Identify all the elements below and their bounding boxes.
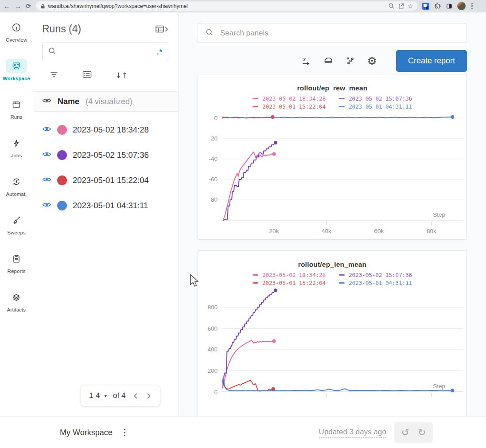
legend-item[interactable]: 2023-05-01 15:22:04 — [253, 103, 326, 110]
group-list-icon[interactable] — [82, 70, 92, 81]
svg-text:400: 400 — [207, 346, 218, 353]
legend-dash — [253, 282, 258, 284]
sidebar-item-reports[interactable]: Reports — [0, 248, 33, 287]
svg-text:Step: Step — [433, 383, 445, 390]
run-color-dot[interactable] — [57, 175, 67, 185]
visibility-eye-icon[interactable] — [42, 176, 51, 185]
legend-label: 2023-05-01 15:22:04 — [262, 103, 326, 110]
extensions-puzzle-icon[interactable] — [434, 2, 441, 10]
legend-item[interactable]: 2023-05-02 15:07:36 — [339, 95, 412, 102]
prev-page-icon[interactable] — [132, 392, 139, 400]
chart-panel-ep-rew-mean[interactable]: rollout/ep_rew_mean 2023-05-02 18:34:282… — [198, 74, 467, 240]
sidebar-item-artifacts[interactable]: Artifacts — [0, 287, 33, 325]
name-column-header[interactable]: Name — [58, 97, 79, 106]
redo-icon[interactable]: ↻ — [413, 427, 430, 438]
run-row[interactable]: 2023-05-02 15:07:36 — [33, 142, 178, 168]
browser-profile-avatar[interactable] — [457, 2, 466, 10]
legend-item[interactable]: 2023-05-01 04:31:11 — [339, 103, 412, 110]
x-axis-settings-icon[interactable]: x — [301, 55, 311, 66]
svg-text:80k: 80k — [427, 228, 436, 234]
page-total: of 4 — [113, 391, 125, 400]
runs-search-box[interactable]: .* — [42, 43, 168, 61]
legend-item[interactable]: 2023-05-02 18:34:28 — [253, 272, 326, 278]
run-name[interactable]: 2023-05-02 18:34:28 — [73, 125, 149, 135]
url-bar[interactable]: wandb.ai/shawnhymel/qwop?workspace=user-… — [36, 1, 418, 11]
outliers-icon[interactable] — [346, 56, 355, 66]
search-panels-input[interactable] — [219, 28, 459, 38]
sidebar-item-workspace[interactable]: Workspace — [0, 55, 33, 94]
search-panels-box[interactable] — [198, 23, 467, 43]
run-name[interactable]: 2023-05-02 15:07:36 — [73, 150, 149, 160]
runs-list-header: Name (4 visualized) — [33, 91, 178, 112]
legend-item[interactable]: 2023-05-01 15:22:04 — [253, 280, 326, 286]
sidebar-item-overview[interactable]: Overview — [0, 17, 33, 55]
legend-label: 2023-05-01 15:22:04 — [262, 280, 326, 286]
chart-title: rollout/ep_len_mean — [298, 261, 367, 269]
sidebar-label: Artifacts — [7, 307, 26, 312]
runs-panel-title: Runs (4) — [42, 23, 81, 35]
legend-dash — [339, 106, 345, 107]
filter-icon[interactable] — [49, 70, 59, 81]
lightning-icon — [9, 136, 24, 150]
run-name[interactable]: 2023-05-01 15:22:04 — [73, 175, 149, 185]
updated-timestamp[interactable]: Updated 3 days ago — [319, 428, 386, 438]
legend-dash — [339, 282, 345, 284]
back-icon[interactable]: ← — [4, 3, 10, 9]
undo-icon[interactable]: ↺ — [397, 427, 414, 438]
run-color-dot[interactable] — [57, 125, 67, 135]
runs-search-input[interactable] — [60, 48, 157, 56]
sidebar-item-sweeps[interactable]: Sweeps — [0, 210, 33, 248]
password-extension-icon[interactable] — [422, 3, 429, 10]
reader-mode-extension-icon[interactable] — [446, 3, 453, 10]
sort-icon[interactable]: ↓↑ — [115, 71, 128, 80]
visibility-eye-icon[interactable] — [42, 125, 51, 134]
sidebar-item-automations[interactable]: Automat. — [0, 171, 33, 210]
panels-toolbar: x ⚙ Create report — [198, 50, 467, 72]
create-report-button[interactable]: Create report — [396, 50, 467, 72]
chart-legend: 2023-05-02 18:34:282023-05-02 15:07:3620… — [253, 272, 412, 286]
run-color-dot[interactable] — [57, 150, 67, 160]
svg-text:600: 600 — [207, 325, 218, 332]
reload-icon[interactable]: ⟳ — [26, 3, 31, 9]
chart-panel-ep-len-mean[interactable]: rollout/ep_len_mean 2023-05-02 18:34:282… — [198, 250, 467, 417]
visibility-eye-icon[interactable] — [42, 151, 51, 160]
sidebar-item-runs[interactable]: Runs — [0, 94, 33, 132]
page-size-caret-icon[interactable]: ▾ — [105, 393, 107, 399]
expand-table-icon[interactable] — [155, 25, 168, 34]
legend-label: 2023-05-01 04:31:11 — [349, 280, 412, 286]
run-name[interactable]: 2023-05-01 04:31:11 — [73, 201, 148, 210]
smoothing-iron-icon[interactable] — [323, 55, 334, 66]
workspace-menu-icon[interactable] — [122, 427, 128, 438]
automations-icon — [9, 175, 24, 189]
panels-workspace: x ⚙ Create report rollout/ep_rew_mean 20… — [179, 12, 486, 417]
sidebar-label: Automat. — [6, 191, 27, 197]
regex-icon[interactable]: .* — [157, 48, 163, 56]
browser-menu-icon[interactable] — [470, 3, 474, 9]
run-row[interactable]: 2023-05-02 18:34:28 — [33, 117, 178, 142]
browser-chrome: ← → ⟳ wandb.ai/shawnhymel/qwop?workspace… — [0, 0, 486, 12]
share-icon[interactable] — [398, 3, 404, 9]
sidebar-item-jobs[interactable]: Jobs — [0, 132, 33, 171]
svg-text:40k: 40k — [322, 228, 331, 234]
page-range[interactable]: 1-4 — [89, 391, 100, 400]
settings-gear-icon[interactable]: ⚙ — [367, 55, 377, 66]
sidebar-label: Overview — [6, 37, 27, 43]
sidebar-label: Reports — [8, 269, 26, 274]
app-shell: Overview Workspace Runs Jobs Automat. — [0, 12, 486, 417]
next-page-icon[interactable] — [146, 392, 152, 400]
legend-item[interactable]: 2023-05-02 15:07:36 — [339, 272, 412, 278]
legend-item[interactable]: 2023-05-02 18:34:28 — [253, 95, 326, 102]
run-row[interactable]: 2023-05-01 15:22:04 — [33, 168, 178, 193]
info-icon — [9, 20, 24, 35]
legend-item[interactable]: 2023-05-01 04:31:11 — [339, 280, 412, 286]
broom-icon — [9, 213, 24, 227]
bookmark-star-icon[interactable]: ☆ — [408, 3, 413, 10]
run-row[interactable]: 2023-05-01 04:31:11 — [33, 193, 178, 218]
forward-icon[interactable]: → — [15, 3, 21, 9]
search-icon — [48, 47, 57, 57]
svg-text:-40: -40 — [209, 156, 218, 162]
zoom-icon[interactable] — [388, 3, 395, 9]
run-color-dot[interactable] — [57, 201, 67, 210]
visibility-eye-icon[interactable] — [42, 201, 51, 210]
eye-icon[interactable] — [42, 97, 51, 106]
